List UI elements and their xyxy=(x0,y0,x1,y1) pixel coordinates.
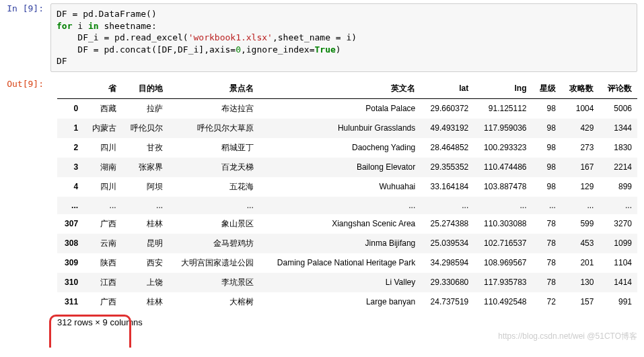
table-cell: 33.164184 xyxy=(421,177,474,197)
table-cell: 象山景区 xyxy=(168,214,259,234)
table-cell: 桂林 xyxy=(122,214,169,234)
table-cell: 2214 xyxy=(599,158,637,177)
row-index: 1 xyxy=(57,119,83,138)
table-cell: 130 xyxy=(561,273,599,292)
table-cell: 117.959036 xyxy=(474,119,532,138)
table-cell: 1099 xyxy=(599,234,637,253)
table-row: 4四川阿坝五花海Wuhuahai33.164184103.88747898129… xyxy=(57,177,637,197)
table-row: 309陕西西安大明宫国家遗址公园Daming Palace National H… xyxy=(57,253,637,273)
code-cell: In [9]: DF = pd.DataFrame() for i in she… xyxy=(0,0,644,72)
table-cell: Potala Palace xyxy=(259,98,421,119)
table-cell: 呼伦贝尔 xyxy=(122,119,169,138)
col-header: 星级 xyxy=(532,79,561,99)
table-cell: 117.935783 xyxy=(474,273,532,292)
table-cell: 98 xyxy=(532,138,561,158)
table-cell: 西安 xyxy=(122,253,169,273)
table-cell: Daming Palace National Heritage Park xyxy=(259,253,421,273)
table-cell: 78 xyxy=(532,273,561,292)
row-index: 311 xyxy=(57,292,83,312)
table-cell: 五花海 xyxy=(168,177,259,197)
ellipsis-cell: ... xyxy=(83,197,121,214)
table-row: 2四川甘孜稻城亚丁Daocheng Yading28.464852100.293… xyxy=(57,138,637,158)
table-cell: Wuhuahai xyxy=(259,177,421,197)
table-cell: 98 xyxy=(532,98,561,119)
index-header xyxy=(57,79,83,99)
table-row: 0西藏拉萨布达拉宫Potala Palace29.66037291.125112… xyxy=(57,98,637,119)
output-cell: Out[9]: 省 目的地 景点名 英文名 lat lng 星级 攻略数 评论数… xyxy=(0,72,644,348)
table-cell: 49.493192 xyxy=(421,119,474,138)
table-cell: Daocheng Yading xyxy=(259,138,421,158)
col-header: 景点名 xyxy=(168,79,259,99)
table-cell: 899 xyxy=(599,177,637,197)
table-cell: 98 xyxy=(532,177,561,197)
table-cell: 大榕树 xyxy=(168,292,259,312)
dataframe-table: 省 目的地 景点名 英文名 lat lng 星级 攻略数 评论数 0西藏拉萨布达… xyxy=(57,79,637,312)
ellipsis-cell: ... xyxy=(561,197,599,214)
table-cell: Large banyan xyxy=(259,292,421,312)
table-cell: 广西 xyxy=(83,292,121,312)
table-cell: 5006 xyxy=(599,98,637,119)
ellipsis-cell: ... xyxy=(474,197,532,214)
table-cell: 1104 xyxy=(599,253,637,273)
table-cell: Hulunbuir Grasslands xyxy=(259,119,421,138)
table-cell: 四川 xyxy=(83,177,121,197)
col-header: 评论数 xyxy=(599,79,637,99)
col-header: lat xyxy=(421,79,474,99)
shape-label: 312 rows × 9 columns xyxy=(57,312,637,327)
col-header: 英文名 xyxy=(259,79,421,99)
table-cell: 上饶 xyxy=(122,273,169,292)
table-cell: 167 xyxy=(561,158,599,177)
code-input[interactable]: DF = pd.DataFrame() for i in sheetname: … xyxy=(50,3,637,72)
row-index: 307 xyxy=(57,214,83,234)
table-cell: 24.737519 xyxy=(421,292,474,312)
table-cell: 98 xyxy=(532,158,561,177)
ellipsis-cell: ... xyxy=(122,197,169,214)
table-cell: 157 xyxy=(561,292,599,312)
table-cell: 拉萨 xyxy=(122,98,169,119)
table-cell: 湖南 xyxy=(83,158,121,177)
table-cell: 1004 xyxy=(561,98,599,119)
table-row: 310江西上饶李坑景区Li Valley29.330680117.9357837… xyxy=(57,273,637,292)
table-cell: 25.274388 xyxy=(421,214,474,234)
table-cell: 110.492548 xyxy=(474,292,532,312)
table-cell: 34.298594 xyxy=(421,253,474,273)
table-cell: 78 xyxy=(532,214,561,234)
table-cell: 78 xyxy=(532,234,561,253)
table-cell: 1830 xyxy=(599,138,637,158)
row-index: 309 xyxy=(57,253,83,273)
table-cell: 1344 xyxy=(599,119,637,138)
table-cell: 大明宫国家遗址公园 xyxy=(168,253,259,273)
table-cell: 72 xyxy=(532,292,561,312)
table-cell: 28.464852 xyxy=(421,138,474,158)
ellipsis-cell: ... xyxy=(259,197,421,214)
ellipsis-cell: ... xyxy=(421,197,474,214)
table-cell: 西藏 xyxy=(83,98,121,119)
row-index: 4 xyxy=(57,177,83,197)
table-cell: 129 xyxy=(561,177,599,197)
table-cell: 110.303088 xyxy=(474,214,532,234)
table-cell: 百龙天梯 xyxy=(168,158,259,177)
row-index: 0 xyxy=(57,98,83,119)
table-cell: 991 xyxy=(599,292,637,312)
col-header: 省 xyxy=(83,79,121,99)
table-cell: 100.293323 xyxy=(474,138,532,158)
ellipsis-row: .............................. xyxy=(57,197,637,214)
table-cell: 四川 xyxy=(83,138,121,158)
table-cell: Li Valley xyxy=(259,273,421,292)
row-index: 3 xyxy=(57,158,83,177)
table-cell: 201 xyxy=(561,253,599,273)
row-index: 310 xyxy=(57,273,83,292)
table-cell: 429 xyxy=(561,119,599,138)
row-index: 308 xyxy=(57,234,83,253)
table-cell: 甘孜 xyxy=(122,138,169,158)
table-cell: 1414 xyxy=(599,273,637,292)
table-cell: 78 xyxy=(532,253,561,273)
table-cell: 273 xyxy=(561,138,599,158)
table-row: 311广西桂林大榕树Large banyan24.737519110.49254… xyxy=(57,292,637,312)
table-cell: 金马碧鸡坊 xyxy=(168,234,259,253)
table-row: 1内蒙古呼伦贝尔呼伦贝尔大草原Hulunbuir Grasslands49.49… xyxy=(57,119,637,138)
table-row: 307广西桂林象山景区Xiangshan Scenic Area25.27438… xyxy=(57,214,637,234)
table-cell: 3270 xyxy=(599,214,637,234)
table-row: 308云南昆明金马碧鸡坊Jinma Bijifang25.039534102.7… xyxy=(57,234,637,253)
table-cell: 25.039534 xyxy=(421,234,474,253)
